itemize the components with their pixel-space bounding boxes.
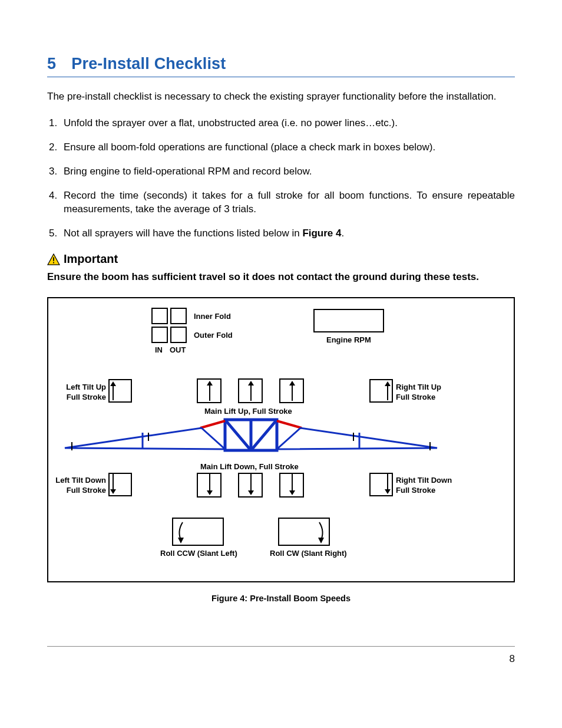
label-engine-rpm: Engine RPM [326, 335, 371, 345]
section-number: 5 [47, 53, 56, 74]
footer-divider [47, 646, 515, 647]
svg-rect-1 [53, 257, 54, 261]
label-in: IN [155, 345, 163, 355]
arrow-up-icon [289, 381, 295, 401]
label-roll-ccw: Roll CCW (Slant Left) [160, 548, 237, 559]
label-right-tilt-down: Right Tilt Down Full Stroke [396, 475, 452, 496]
svg-marker-8 [248, 381, 254, 386]
important-text: Ensure the boom has sufficient travel so… [47, 271, 515, 284]
checkbox-outer-fold-out[interactable] [170, 327, 187, 343]
arrow-down-icon [110, 474, 116, 494]
checklist-item: Record the time (seconds) it takes for a… [60, 189, 515, 216]
important-title: Important [64, 251, 118, 267]
svg-marker-30 [207, 490, 213, 495]
label-inner-fold: Inner Fold [194, 311, 231, 322]
label-right-tilt-up: Right Tilt Up Full Stroke [396, 382, 441, 403]
checklist-item: Unfold the sprayer over a flat, unobstru… [60, 117, 515, 130]
svg-line-17 [200, 421, 225, 428]
step-text: Not all sprayers will have the functions… [64, 228, 302, 239]
checkbox-inner-fold-out[interactable] [170, 308, 187, 324]
section-title: Pre-Install Checklist [71, 55, 226, 73]
svg-marker-10 [289, 381, 295, 386]
svg-marker-38 [318, 538, 324, 543]
section-heading: 5Pre-Install Checklist [47, 53, 515, 77]
figure-diagram: Inner Fold Outer Fold IN OUT Engine RPM … [47, 297, 515, 582]
svg-line-14 [225, 420, 251, 450]
checklist-item: Not all sprayers will have the functions… [60, 227, 515, 241]
label-outer-fold: Outer Fold [194, 330, 233, 341]
boom-truss-icon [48, 416, 491, 460]
checklist: Unfold the sprayer over a flat, unobstru… [47, 117, 515, 241]
svg-marker-12 [385, 381, 391, 386]
checklist-item: Bring engine to field-operational RPM an… [60, 165, 515, 179]
arrow-down-icon [289, 474, 295, 495]
checkbox-inner-fold-in[interactable] [151, 308, 168, 324]
checkbox-outer-fold-in[interactable] [151, 327, 168, 343]
arrow-up-icon [385, 381, 391, 400]
svg-line-15 [251, 420, 277, 450]
arrow-down-icon [207, 474, 213, 495]
label-out: OUT [170, 345, 186, 355]
arrow-down-icon [248, 474, 254, 495]
svg-rect-2 [53, 262, 54, 263]
label-left-tilt-down: Left Tilt Down Full Stroke [53, 475, 106, 496]
label-main-lift-up: Main Lift Up, Full Stroke [204, 406, 292, 417]
svg-marker-19 [65, 428, 225, 449]
svg-marker-36 [385, 489, 391, 494]
intro-paragraph: The pre-install checklist is necessary t… [47, 90, 515, 104]
checklist-item: Ensure all boom-fold operations are func… [60, 141, 515, 154]
figure-caption: Figure 4: Pre-Install Boom Speeds [47, 593, 515, 605]
input-engine-rpm[interactable] [313, 309, 384, 332]
label-main-lift-down: Main Lift Down, Full Stroke [200, 462, 299, 472]
arrow-curve-ccw-icon [176, 520, 185, 543]
page-number: 8 [47, 653, 515, 666]
arrow-down-icon [385, 474, 391, 494]
figure-reference: Figure 4 [302, 228, 341, 239]
arrow-up-icon [248, 381, 254, 401]
svg-marker-21 [277, 428, 437, 449]
warning-icon [47, 253, 60, 265]
arrow-up-icon [207, 381, 213, 401]
label-roll-cw: Roll CW (Slant Right) [270, 548, 347, 559]
svg-marker-37 [178, 538, 184, 543]
svg-line-18 [277, 421, 302, 428]
arrow-up-icon [110, 381, 116, 400]
svg-marker-6 [207, 381, 213, 386]
label-left-tilt-up: Left Tilt Up Full Stroke [59, 382, 106, 403]
arrow-curve-cw-icon [317, 520, 326, 543]
svg-marker-4 [110, 381, 116, 386]
svg-marker-32 [248, 490, 254, 495]
svg-marker-34 [289, 490, 295, 495]
svg-marker-28 [110, 489, 116, 494]
